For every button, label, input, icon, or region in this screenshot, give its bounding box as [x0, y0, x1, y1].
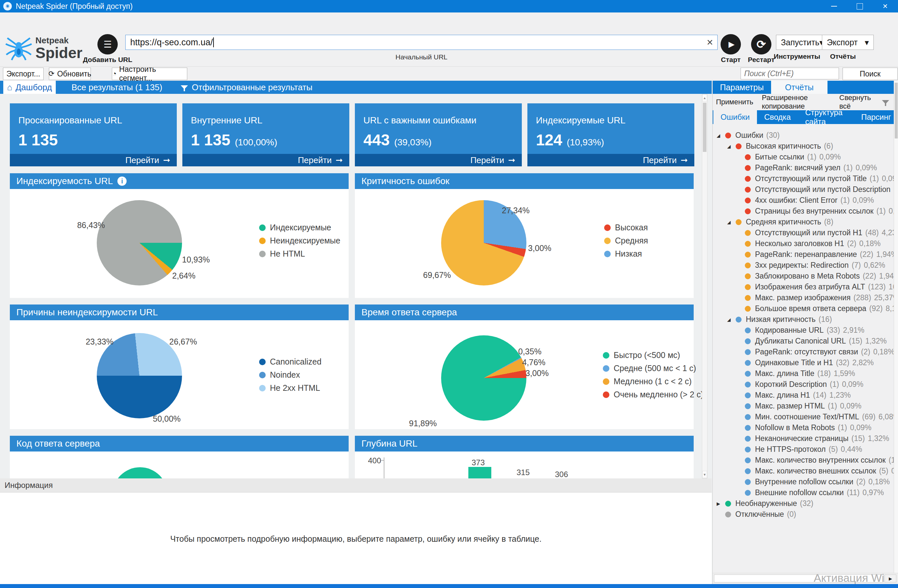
tree-item[interactable]: Заблокировано в Meta Robots (22) 1,94%: [713, 271, 894, 282]
tree-item[interactable]: Отсутствующий или пустой Title (1) 0,09%: [713, 173, 894, 184]
tab-dashboard[interactable]: ⌂ Дашборд: [3, 81, 56, 94]
tree-item[interactable]: Внешние nofollow ссылки (11) 0,97%: [713, 487, 894, 498]
tree-item-percent: 1,94%: [876, 250, 894, 259]
tree-item[interactable]: Отключённые (0): [713, 509, 894, 520]
card-go-button[interactable]: Перейти ➞: [527, 154, 694, 166]
maximize-button[interactable]: [847, 0, 872, 12]
tree-item-label: Неканонические страницы: [755, 434, 849, 443]
tab-filtered-results[interactable]: Отфильтрованные результаты: [181, 82, 312, 92]
tree-item[interactable]: Страницы без внутренних ссылок (1) 0,09%: [713, 206, 894, 217]
clear-url-icon[interactable]: ✕: [706, 38, 713, 47]
tree-item[interactable]: ◢ Ошибки (30): [713, 130, 894, 141]
tree-item-count: (5): [829, 445, 838, 454]
card-go-button[interactable]: Перейти ➞: [355, 154, 522, 166]
tree-item-label: PageRank: висячий узел: [755, 163, 841, 172]
severity-dot-icon: [745, 468, 751, 474]
expand-arrow-icon[interactable]: ◢: [717, 133, 725, 138]
pie-label: 69,67%: [423, 270, 451, 280]
search-button[interactable]: Поиск: [843, 68, 898, 80]
card-go-button[interactable]: Перейти ➞: [10, 154, 177, 166]
tree-item-label: Макс. количество внутренних ссылок: [755, 456, 886, 465]
tree-item[interactable]: Дубликаты Canonical URL (15) 1,32%: [713, 336, 894, 346]
tree-item[interactable]: Отсутствующий или пустой Description (21…: [713, 184, 894, 195]
url-input[interactable]: https://q-seo.com.ua/ ✕: [125, 35, 718, 50]
secondary-toolbar: Экспорт... ⟳ Обновить ◔ Настроить сегмен…: [0, 66, 898, 81]
card-go-button[interactable]: Перейти ➞: [182, 154, 349, 166]
scrollbar-thumb[interactable]: [703, 103, 706, 152]
bar-value-label: 306: [555, 470, 568, 479]
tree-item[interactable]: Макс. количество внутренних ссылок (13) …: [713, 455, 894, 466]
start-button[interactable]: ▶ Старт: [719, 34, 743, 64]
tree-item[interactable]: Внутренние nofollow ссылки (2) 0,18%: [713, 476, 894, 487]
tree-item[interactable]: 4xx ошибки: Client Error (1) 0,09%: [713, 195, 894, 206]
tree-item[interactable]: Неканонические страницы (15) 1,32%: [713, 433, 894, 444]
tree-item[interactable]: Большое время ответа сервера (92) 8,11%: [713, 303, 894, 314]
severity-dot-icon: [736, 317, 741, 323]
tree-item[interactable]: PageRank: висячий узел (1) 0,09%: [713, 162, 894, 173]
tree-item[interactable]: Макс. количество внешних ссылок (5) 0,44…: [713, 466, 894, 476]
bar-value-label: 315: [517, 468, 530, 477]
scroll-right-icon[interactable]: ▶: [884, 574, 896, 582]
subtab-parsing[interactable]: Парсинг: [854, 110, 898, 124]
severity-dot-icon: [745, 349, 751, 355]
tree-item[interactable]: PageRank: перенаправление (22) 1,94%: [713, 249, 894, 260]
expand-arrow-icon[interactable]: ◢: [727, 317, 736, 322]
tree-item-count: (0): [787, 510, 796, 519]
export-table-button[interactable]: Экспорт...: [3, 68, 44, 80]
scrollbar-thumb[interactable]: [895, 83, 898, 139]
tree-item[interactable]: Макс. длина H1 (14) 1,23%: [713, 390, 894, 401]
tree-item[interactable]: Отсутствующий или пустой H1 (48) 4,23%: [713, 228, 894, 238]
subtab-summary[interactable]: Сводка: [757, 110, 798, 124]
refresh-button[interactable]: ⟳ Обновить: [49, 68, 91, 80]
subtab-errors[interactable]: Ошибки: [713, 110, 757, 124]
tree-item[interactable]: Одинаковые Title и H1 (32) 2,82%: [713, 357, 894, 368]
tree-item[interactable]: Макс. длина Title (18) 1,59%: [713, 368, 894, 379]
legend-item: Медленно (1 с < 2 с): [603, 377, 704, 386]
apply-button[interactable]: Применить: [716, 98, 753, 106]
tree-item[interactable]: Кодированные URL (33) 2,91%: [713, 325, 894, 336]
sidebar-vertical-scrollbar[interactable]: [894, 81, 898, 573]
tree-item[interactable]: ◢ Низкая критичность (16): [713, 314, 894, 325]
restart-button[interactable]: ⟳ Рестарт: [746, 34, 776, 64]
tree-item[interactable]: Битые ссылки (1) 0,09%: [713, 152, 894, 162]
tree-item[interactable]: Мин. соотношение Text/HTML (69) 6,08%: [713, 411, 894, 422]
tab-all-results[interactable]: Все результаты (1 135): [71, 82, 162, 92]
scroll-up-icon[interactable]: ▲: [702, 94, 707, 102]
tree-item-percent: 0,62%: [864, 261, 885, 270]
expand-arrow-icon[interactable]: ◢: [727, 220, 736, 225]
run-tools-dropdown[interactable]: Запустить ▾: [776, 35, 828, 50]
expand-arrow-icon[interactable]: ▶: [717, 501, 725, 506]
tree-item[interactable]: Не HTTPS-протокол (5) 0,44%: [713, 444, 894, 455]
tree-item[interactable]: PageRank: отсутствуют связи (2) 0,18%: [713, 346, 894, 357]
severity-dot-icon: [745, 273, 751, 279]
tree-item[interactable]: Короткий Description (1) 0,09%: [713, 379, 894, 390]
minimize-button[interactable]: [821, 0, 847, 12]
card-percent: (10,93%): [567, 137, 604, 148]
subtab-site-structure[interactable]: Структура сайта: [798, 110, 854, 124]
close-button[interactable]: ✕: [872, 0, 898, 12]
tree-item[interactable]: ◢ Высокая критичность (6): [713, 141, 894, 152]
info-icon[interactable]: i: [117, 177, 127, 186]
tab-reports[interactable]: Отчёты: [771, 81, 827, 94]
tree-item[interactable]: Изображения без атрибута ALT (123) 10,84…: [713, 282, 894, 292]
tree-item[interactable]: Несколько заголовков H1 (2) 0,18%: [713, 238, 894, 249]
severity-dot-icon: [725, 132, 731, 139]
tree-item[interactable]: ▶ Необнаруженные (32): [713, 498, 894, 509]
legend-item: Не 2xx HTML: [259, 383, 321, 393]
scroll-down-icon[interactable]: ▼: [702, 471, 707, 478]
tree-item[interactable]: Макс. размер изображения (288) 25,37%: [713, 292, 894, 303]
segment-button[interactable]: ◔ Настроить сегмент...: [112, 68, 187, 80]
search-input[interactable]: [741, 68, 839, 79]
filter-funnel-icon[interactable]: [882, 100, 889, 104]
tab-parameters[interactable]: Параметры: [713, 81, 771, 94]
tree-item[interactable]: 3xx редиректы: Redirection (7) 0,62%: [713, 260, 894, 271]
expand-arrow-icon[interactable]: ◢: [727, 144, 736, 149]
export-reports-dropdown[interactable]: Экспорт ▾: [822, 35, 874, 50]
tree-item[interactable]: ◢ Средняя критичность (8): [713, 217, 894, 228]
tree-item[interactable]: Nofollow в Meta Robots (1) 0,09%: [713, 422, 894, 433]
tree-item[interactable]: Макс. размер HTML (1) 0,09%: [713, 401, 894, 411]
tree-item-count: (14): [813, 391, 827, 400]
severity-dot-icon: [745, 284, 751, 290]
tree-item-label: 3xx редиректы: Redirection: [755, 261, 849, 270]
dashboard-scrollbar[interactable]: ▲ ▼: [702, 94, 707, 479]
